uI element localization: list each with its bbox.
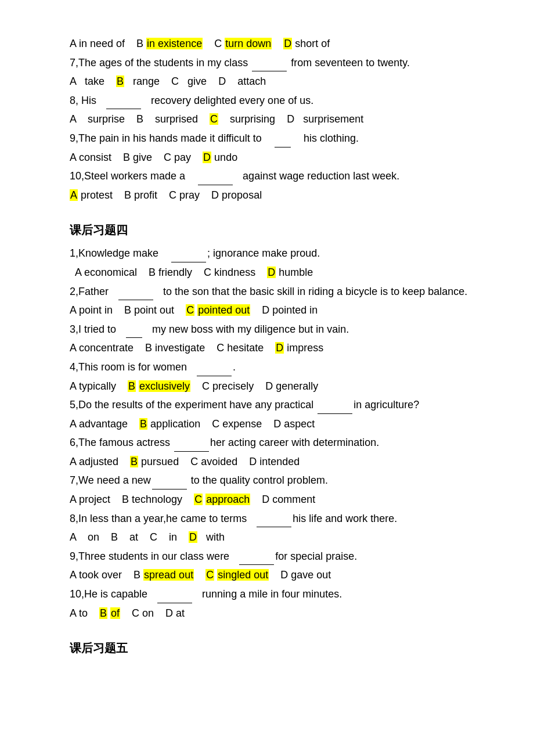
blank-s4q5 (317, 413, 352, 414)
highlight-pointed-out: pointed out (197, 304, 250, 316)
highlight-s4B5: B (139, 418, 147, 430)
blank-q9 (275, 147, 291, 147)
s4-q5: 5,Do the results of the experiment have … (70, 396, 488, 414)
blank-s4q2 (118, 300, 153, 300)
line-intro-1: A in need of B in existence C turn down … (70, 35, 488, 53)
highlight-s4B4: B (128, 380, 136, 392)
highlight-of: of (110, 607, 120, 619)
s4-q1: 1,Knowledge make ; ignorance make proud. (70, 244, 488, 262)
highlight-s4B10: B (99, 607, 107, 619)
highlight-s4D3: D (275, 342, 284, 354)
line-q8: 8, His recovery delighted every one of u… (70, 92, 488, 110)
s4-q9: 9,Three students in our class were for s… (70, 548, 488, 566)
line-a7: A take B range C give D attach (70, 73, 488, 91)
blank-s4q4 (197, 376, 232, 376)
s4-a1: A economical B friendly C kindness D hum… (70, 264, 488, 282)
highlight-spread-out: spread out (143, 569, 194, 581)
blank-s4q7 (152, 489, 187, 489)
section5-title: 课后习题五 (70, 638, 488, 658)
s4-a8: A on B at C in D with (70, 528, 488, 546)
s4-a2: A point in B point out C pointed out D p… (70, 301, 488, 319)
highlight-s4C7: C (194, 494, 203, 505)
s4-q2: 2,Father to the son that the basic skill… (70, 283, 488, 301)
line-a9: A consist B give C pay D undo (70, 149, 488, 167)
blank-s4q8 (257, 527, 291, 527)
blank-q10 (198, 185, 233, 185)
s4-a10: A to B of C on D at (70, 604, 488, 622)
blank-q7 (252, 71, 287, 71)
highlight-s4C2: C (186, 304, 194, 316)
highlight-A10: A (70, 189, 78, 201)
s4-a9: A took over B spread out C singled out D… (70, 566, 488, 584)
line-q7: 7,The ages of the students in my class f… (70, 54, 488, 72)
highlight-singled-out: singled out (217, 569, 269, 581)
s4-q4: 4,This room is for women . (70, 358, 488, 376)
s4-q6: 6,The famous actress her acting career w… (70, 434, 488, 452)
line-q10: 10,Steel workers made a against wage red… (70, 167, 488, 185)
blank-s4q3 (126, 337, 142, 338)
highlight-in-existence: in existence (146, 38, 203, 49)
page-content: A in need of B in existence C turn down … (70, 35, 488, 658)
blank-q8 (106, 109, 141, 109)
s4-q8: 8,In less than a year,he came to terms h… (70, 510, 488, 528)
line-a10: A protest B profit C pray D proposal (70, 186, 488, 204)
blank-s4q9 (239, 564, 274, 565)
blank-s4q6 (174, 451, 209, 452)
highlight-D9: D (203, 152, 211, 163)
highlight-D1: D (283, 38, 292, 49)
s4-a4: A typically B exclusively C precisely D … (70, 377, 488, 395)
highlight-C8: C (210, 113, 218, 125)
highlight-exclusively: exclusively (139, 380, 190, 392)
highlight-s4C9: C (205, 569, 214, 581)
s4-q7: 7,We need a new to the quality control p… (70, 471, 488, 489)
line-q9: 9,The pain in his hands made it difficul… (70, 129, 488, 147)
highlight-B7: B (116, 75, 124, 87)
highlight-s4D1: D (267, 267, 276, 278)
s4-a6: A adjusted B pursued C avoided D intende… (70, 453, 488, 471)
highlight-turn-down: turn down (225, 38, 272, 49)
s4-a5: A advantage B application C expense D as… (70, 415, 488, 433)
highlight-approach: approach (205, 494, 250, 505)
blank-s4q10 (157, 603, 192, 603)
s4-a3: A concentrate B investigate C hesitate D… (70, 339, 488, 357)
line-a8: A surprise B surprised C surprising D su… (70, 110, 488, 128)
s4-q3: 3,I tried to my new boss with my diligen… (70, 321, 488, 339)
s4-q10: 10,He is capable running a mile in four … (70, 585, 488, 603)
section4-title: 课后习题四 (70, 220, 488, 240)
blank-s4q1 (171, 262, 206, 262)
highlight-s4B6: B (130, 456, 138, 467)
s4-a7: A project B technology C approach D comm… (70, 491, 488, 509)
highlight-s4D8: D (189, 531, 197, 543)
